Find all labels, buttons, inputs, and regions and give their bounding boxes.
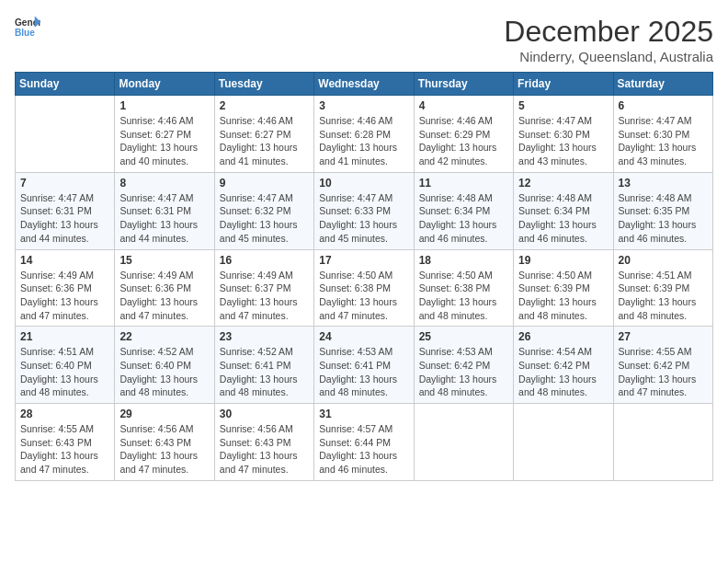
daylight-text-line1: Daylight: 13 hours <box>20 218 109 232</box>
sunset-text: Sunset: 6:44 PM <box>319 436 408 450</box>
daylight-text-line1: Daylight: 13 hours <box>319 449 408 463</box>
daylight-text-line2: and 40 minutes. <box>119 155 209 168</box>
day-number: 2 <box>220 99 309 112</box>
day-number: 26 <box>518 330 608 343</box>
daylight-text-line2: and 48 minutes. <box>619 309 708 323</box>
daylight-text-line2: and 41 minutes. <box>319 155 408 168</box>
sunset-text: Sunset: 6:42 PM <box>518 359 608 373</box>
daylight-text-line2: and 46 minutes. <box>518 232 608 246</box>
sunrise-text: Sunrise: 4:49 AM <box>119 269 209 282</box>
sunset-text: Sunset: 6:38 PM <box>419 282 508 295</box>
sunrise-text: Sunrise: 4:47 AM <box>518 114 608 128</box>
day-number: 18 <box>419 254 508 267</box>
calendar-table: SundayMondayTuesdayWednesdayThursdayFrid… <box>15 72 713 481</box>
day-info: Sunrise: 4:51 AMSunset: 6:40 PMDaylight:… <box>20 345 109 399</box>
daylight-text-line1: Daylight: 13 hours <box>518 218 608 232</box>
calendar-cell <box>16 96 115 173</box>
weekday-header: Friday <box>514 73 613 96</box>
day-info: Sunrise: 4:51 AMSunset: 6:39 PMDaylight:… <box>619 269 708 323</box>
daylight-text-line2: and 47 minutes. <box>619 385 708 399</box>
sunrise-text: Sunrise: 4:46 AM <box>419 114 508 128</box>
weekday-header: Saturday <box>613 73 712 96</box>
sunrise-text: Sunrise: 4:47 AM <box>619 114 708 128</box>
title-block: December 2025 Ninderry, Queensland, Aust… <box>504 15 713 64</box>
sunset-text: Sunset: 6:34 PM <box>419 204 508 218</box>
daylight-text-line1: Daylight: 13 hours <box>619 218 708 232</box>
weekday-header: Wednesday <box>314 73 414 96</box>
sunset-text: Sunset: 6:28 PM <box>319 128 408 142</box>
sunrise-text: Sunrise: 4:48 AM <box>518 191 608 205</box>
day-info: Sunrise: 4:47 AMSunset: 6:33 PMDaylight:… <box>319 191 408 246</box>
day-number: 22 <box>119 330 209 343</box>
calendar-cell: 15Sunrise: 4:49 AMSunset: 6:36 PMDayligh… <box>115 249 214 327</box>
day-info: Sunrise: 4:48 AMSunset: 6:34 PMDaylight:… <box>419 191 508 246</box>
daylight-text-line1: Daylight: 13 hours <box>20 373 109 386</box>
calendar-cell: 10Sunrise: 4:47 AMSunset: 6:33 PMDayligh… <box>314 172 414 249</box>
day-info: Sunrise: 4:50 AMSunset: 6:38 PMDaylight:… <box>419 269 508 323</box>
daylight-text-line2: and 48 minutes. <box>518 385 608 399</box>
calendar-cell: 31Sunrise: 4:57 AMSunset: 6:44 PMDayligh… <box>314 404 414 481</box>
daylight-text-line1: Daylight: 13 hours <box>319 141 408 155</box>
day-number: 10 <box>319 177 408 190</box>
main-title: December 2025 <box>504 15 713 49</box>
daylight-text-line1: Daylight: 13 hours <box>220 373 309 386</box>
sunset-text: Sunset: 6:43 PM <box>220 436 309 450</box>
daylight-text-line1: Daylight: 13 hours <box>518 373 608 386</box>
sunset-text: Sunset: 6:33 PM <box>319 204 408 218</box>
sunrise-text: Sunrise: 4:47 AM <box>20 191 109 205</box>
day-info: Sunrise: 4:48 AMSunset: 6:34 PMDaylight:… <box>518 191 608 246</box>
sunrise-text: Sunrise: 4:48 AM <box>419 191 508 205</box>
sunrise-text: Sunrise: 4:49 AM <box>20 269 109 282</box>
calendar-cell: 20Sunrise: 4:51 AMSunset: 6:39 PMDayligh… <box>613 249 712 327</box>
daylight-text-line2: and 46 minutes. <box>319 463 408 477</box>
day-info: Sunrise: 4:47 AMSunset: 6:30 PMDaylight:… <box>619 114 708 168</box>
calendar-header-row: SundayMondayTuesdayWednesdayThursdayFrid… <box>16 73 713 96</box>
sunrise-text: Sunrise: 4:56 AM <box>220 422 309 436</box>
day-info: Sunrise: 4:53 AMSunset: 6:42 PMDaylight:… <box>419 345 508 399</box>
calendar-cell: 21Sunrise: 4:51 AMSunset: 6:40 PMDayligh… <box>16 327 115 404</box>
weekday-header: Tuesday <box>214 73 313 96</box>
day-number: 8 <box>119 177 209 190</box>
logo: General Blue <box>15 15 40 40</box>
sunrise-text: Sunrise: 4:50 AM <box>319 269 408 282</box>
day-number: 7 <box>20 177 109 190</box>
calendar-cell <box>613 404 712 481</box>
daylight-text-line2: and 42 minutes. <box>419 155 508 168</box>
daylight-text-line2: and 48 minutes. <box>20 385 109 399</box>
day-number: 21 <box>20 330 109 343</box>
calendar-week-row: 14Sunrise: 4:49 AMSunset: 6:36 PMDayligh… <box>16 249 713 327</box>
sunrise-text: Sunrise: 4:56 AM <box>119 422 209 436</box>
daylight-text-line2: and 48 minutes. <box>119 385 209 399</box>
page-header: General Blue December 2025 Ninderry, Que… <box>15 15 713 64</box>
day-number: 27 <box>619 330 708 343</box>
sunset-text: Sunset: 6:42 PM <box>419 359 508 373</box>
calendar-cell: 29Sunrise: 4:56 AMSunset: 6:43 PMDayligh… <box>115 404 214 481</box>
daylight-text-line1: Daylight: 13 hours <box>220 449 309 463</box>
calendar-cell: 4Sunrise: 4:46 AMSunset: 6:29 PMDaylight… <box>414 96 513 173</box>
calendar-cell: 22Sunrise: 4:52 AMSunset: 6:40 PMDayligh… <box>115 327 214 404</box>
weekday-header: Monday <box>115 73 214 96</box>
sunrise-text: Sunrise: 4:52 AM <box>119 345 209 359</box>
daylight-text-line1: Daylight: 13 hours <box>319 218 408 232</box>
daylight-text-line2: and 46 minutes. <box>619 232 708 246</box>
sunrise-text: Sunrise: 4:46 AM <box>119 114 209 128</box>
sunrise-text: Sunrise: 4:47 AM <box>220 191 309 205</box>
day-number: 6 <box>619 99 708 112</box>
calendar-cell: 2Sunrise: 4:46 AMSunset: 6:27 PMDaylight… <box>214 96 313 173</box>
day-number: 28 <box>20 408 109 420</box>
daylight-text-line2: and 48 minutes. <box>518 309 608 323</box>
daylight-text-line2: and 47 minutes. <box>220 309 309 323</box>
daylight-text-line1: Daylight: 13 hours <box>119 141 209 155</box>
sunrise-text: Sunrise: 4:47 AM <box>319 191 408 205</box>
daylight-text-line1: Daylight: 13 hours <box>419 218 508 232</box>
calendar-cell: 9Sunrise: 4:47 AMSunset: 6:32 PMDaylight… <box>214 172 313 249</box>
calendar-cell: 16Sunrise: 4:49 AMSunset: 6:37 PMDayligh… <box>214 249 313 327</box>
calendar-cell: 11Sunrise: 4:48 AMSunset: 6:34 PMDayligh… <box>414 172 513 249</box>
day-number: 4 <box>419 99 508 112</box>
sunset-text: Sunset: 6:30 PM <box>518 128 608 142</box>
sunrise-text: Sunrise: 4:55 AM <box>20 422 109 436</box>
calendar-cell: 24Sunrise: 4:53 AMSunset: 6:41 PMDayligh… <box>314 327 414 404</box>
logo-icon: General Blue <box>15 15 40 40</box>
daylight-text-line2: and 43 minutes. <box>518 155 608 168</box>
daylight-text-line1: Daylight: 13 hours <box>119 449 209 463</box>
